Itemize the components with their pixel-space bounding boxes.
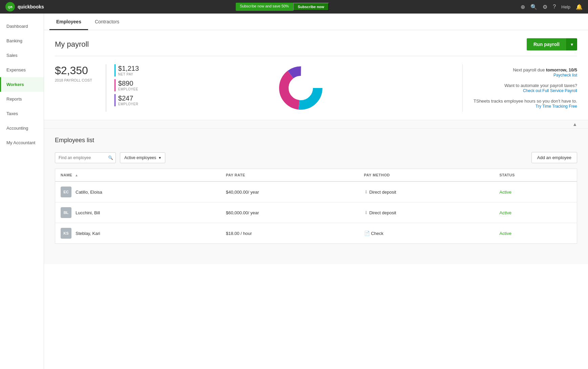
next-payroll-info: Next payroll due tomorrow, 10/5 Paycheck… (513, 67, 577, 78)
next-payroll-text: Next payroll due tomorrow, 10/5 (513, 67, 577, 72)
pay-method-icon: ⬇ (364, 189, 368, 195)
payroll-info-panel: Next payroll due tomorrow, 10/5 Paycheck… (462, 64, 577, 112)
search-input[interactable] (55, 152, 116, 163)
collapse-bar: ▲ (44, 120, 588, 129)
employees-section: Employees list 🔍 Active employees ▾ Add … (44, 129, 588, 264)
employee-name-cell: KS Steblay, Kari (55, 223, 220, 244)
settings-icon[interactable]: ⚙ (543, 4, 547, 10)
pay-method-icon: 📄 (364, 231, 370, 236)
breakdown-amount: $1,213 (118, 65, 139, 72)
avatar: EC (61, 187, 71, 197)
full-service-payroll-link[interactable]: Check out Full Service Payroll (523, 88, 577, 93)
summary-cost: $2,350 2018 PAYROLL COST (55, 64, 106, 112)
table-row[interactable]: EC Catillo, Eloisa $40,000.00/ year ⬇ Di… (55, 181, 577, 202)
chevron-down-icon: ▾ (159, 155, 161, 160)
help-icon[interactable]: ? (553, 4, 556, 10)
breakdown-bar (114, 94, 115, 106)
sidebar-item-workers[interactable]: Workers (0, 77, 44, 92)
employees-list-title: Employees list (55, 137, 577, 144)
employee-name-cell: BL Lucchini, Bill (55, 202, 220, 223)
col-status: STATUS (494, 169, 577, 182)
breakdown-amount: $247 (118, 94, 139, 102)
pay-rate-value: $60,000.00/ year (226, 210, 259, 215)
employee-table: NAME ▲ PAY RATE PAY METHOD STATUS EC Cat… (55, 169, 577, 244)
run-payroll-dropdown-button[interactable]: ▾ (566, 38, 577, 50)
paycheck-list-link[interactable]: Paycheck list (553, 73, 577, 78)
tsheets-info: TSheets tracks employee hours so you don… (474, 99, 577, 109)
logo-icon: QB (5, 2, 15, 12)
table-row[interactable]: BL Lucchini, Bill $60,000.00/ year ⬇ Dir… (55, 202, 577, 223)
sidebar-item-sales[interactable]: Sales (0, 48, 44, 63)
subscribe-banner: Subscribe now and save 50% (236, 3, 293, 11)
employee-name: Catillo, Eloisa (76, 190, 102, 195)
table-row[interactable]: KS Steblay, Kari $18.00 / hour 📄 Check A… (55, 223, 577, 244)
logo[interactable]: QB quickbooks (5, 2, 44, 12)
search-icon[interactable]: 🔍 (530, 4, 537, 10)
subscribe-button[interactable]: Subscribe now (293, 3, 329, 11)
status-badge: Active (499, 231, 511, 236)
filter-bar: 🔍 Active employees ▾ Add an employee (55, 152, 577, 163)
sidebar-item-reports[interactable]: Reports (0, 92, 44, 106)
breakdown-amount: $890 (118, 80, 138, 87)
total-cost-label: 2018 PAYROLL COST (55, 78, 92, 82)
employee-name-cell: EC Catillo, Eloisa (55, 181, 220, 202)
automate-taxes-info: Want to automate your payroll taxes? Che… (504, 83, 577, 93)
topbar-right: ⊕ 🔍 ⚙ ? Help 🔔 (521, 4, 583, 10)
col-pay-rate: PAY RATE (220, 169, 359, 182)
breakdown-bar (114, 79, 115, 91)
sidebar-item-accounting[interactable]: Accounting (0, 121, 44, 135)
page-header: My payroll Run payroll ▾ (44, 30, 588, 56)
notification-icon[interactable]: 🔔 (576, 4, 583, 10)
help-label: Help (561, 4, 570, 9)
topbar: QB quickbooks Subscribe now and save 50%… (0, 0, 588, 14)
employee-name: Steblay, Kari (76, 231, 100, 236)
pay-rate-cell: $18.00 / hour (220, 223, 359, 244)
table-header-row: NAME ▲ PAY RATE PAY METHOD STATUS (55, 169, 577, 182)
sidebar-item-my-accountant[interactable]: My Accountant (0, 135, 44, 150)
filter-dropdown[interactable]: Active employees ▾ (120, 152, 165, 163)
pay-rate-value: $40,000.00/ year (226, 190, 259, 195)
sidebar-item-dashboard[interactable]: Dashboard (0, 19, 44, 34)
avatar: KS (61, 228, 71, 239)
filter-left: 🔍 Active employees ▾ (55, 152, 165, 163)
status-badge: Active (499, 190, 511, 195)
status-cell: Active (494, 181, 577, 202)
filter-label: Active employees (124, 155, 156, 160)
breakdown-label: NET PAY (118, 72, 139, 76)
tab-employees[interactable]: Employees (49, 14, 88, 30)
time-tracking-link[interactable]: Try Time Tracking Free (536, 104, 577, 109)
svg-point-5 (289, 76, 313, 100)
main-content: EmployeesContractors My payroll Run payr… (44, 14, 588, 369)
payroll-chart (139, 64, 462, 112)
sidebar-item-banking[interactable]: Banking (0, 34, 44, 48)
run-payroll-group: Run payroll ▾ (527, 38, 577, 50)
automate-taxes-text: Want to automate your payroll taxes? (504, 83, 577, 88)
employee-name: Lucchini, Bill (76, 210, 100, 215)
sidebar-item-expenses[interactable]: Expenses (0, 63, 44, 77)
breakdown-item-net-pay: $1,213 NET PAY (114, 64, 139, 77)
table-body: EC Catillo, Eloisa $40,000.00/ year ⬇ Di… (55, 181, 577, 244)
tabs-bar: EmployeesContractors (44, 14, 588, 30)
svg-text:QB: QB (8, 5, 13, 9)
search-wrap: 🔍 (55, 152, 116, 163)
tab-contractors[interactable]: Contractors (88, 14, 126, 30)
add-employee-button[interactable]: Add an employee (531, 152, 577, 163)
search-icon-inside: 🔍 (108, 155, 113, 160)
sidebar-item-taxes[interactable]: Taxes (0, 106, 44, 121)
payroll-summary: $2,350 2018 PAYROLL COST $1,213 NET PAY … (44, 56, 588, 120)
breakdown-label: EMPLOYER (118, 102, 139, 106)
col-name: NAME ▲ (55, 169, 220, 182)
pay-method-cell: 📄 Check (359, 223, 494, 244)
pay-method-value: Direct deposit (369, 190, 396, 195)
breakdown-bar (114, 64, 115, 77)
sort-icon[interactable]: ▲ (75, 173, 78, 177)
table-header: NAME ▲ PAY RATE PAY METHOD STATUS (55, 169, 577, 182)
pay-method-cell: ⬇ Direct deposit (359, 181, 494, 202)
breakdown-item-employer: $247 EMPLOYER (114, 94, 139, 106)
run-payroll-button[interactable]: Run payroll (527, 38, 566, 50)
pay-method-value: Direct deposit (369, 210, 396, 215)
plus-icon[interactable]: ⊕ (521, 4, 525, 10)
collapse-button[interactable]: ▲ (572, 122, 577, 127)
pay-method-value: Check (371, 231, 383, 236)
total-cost-amount: $2,350 (55, 64, 92, 77)
